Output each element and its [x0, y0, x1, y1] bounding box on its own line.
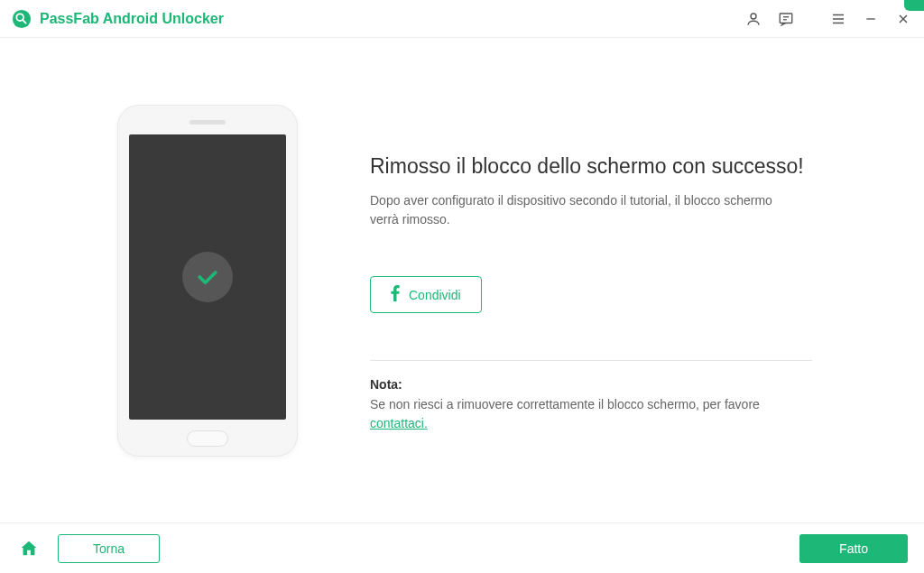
note-text: Se non riesci a rimuovere correttamente …	[370, 395, 812, 433]
phone-speaker	[189, 120, 226, 125]
titlebar-right	[744, 9, 913, 29]
corner-accent	[904, 0, 924, 11]
contact-link[interactable]: contattaci.	[370, 416, 428, 430]
titlebar: PassFab Android Unlocker	[0, 0, 924, 38]
content-column: Rimosso il blocco dello schermo con succ…	[370, 127, 870, 433]
back-button[interactable]: Torna	[58, 534, 160, 563]
success-check-icon	[182, 252, 233, 302]
success-heading: Rimosso il blocco dello schermo con succ…	[370, 154, 870, 179]
phone-illustration	[117, 105, 298, 457]
facebook-icon	[391, 285, 400, 304]
app-logo-icon	[11, 8, 32, 30]
phone-home-button	[187, 430, 228, 447]
feedback-icon[interactable]	[776, 9, 796, 29]
svg-point-0	[13, 9, 31, 27]
share-button-label: Condividi	[409, 288, 461, 302]
app-title: PassFab Android Unlocker	[40, 11, 224, 27]
close-icon[interactable]	[893, 9, 913, 29]
footer: Torna Fatto	[0, 522, 924, 573]
main-content: Rimosso il blocco dello schermo con succ…	[0, 38, 924, 522]
minimize-icon[interactable]	[861, 9, 881, 29]
svg-rect-4	[780, 14, 792, 23]
titlebar-left: PassFab Android Unlocker	[11, 8, 224, 30]
divider	[370, 360, 812, 361]
done-button[interactable]: Fatto	[799, 534, 908, 563]
svg-point-3	[751, 14, 756, 19]
note-label: Nota:	[370, 377, 870, 392]
phone-screen	[129, 134, 286, 420]
success-subtext: Dopo aver configurato il dispositivo sec…	[370, 191, 803, 229]
share-button[interactable]: Condividi	[370, 276, 482, 313]
user-icon[interactable]	[744, 9, 763, 29]
menu-icon[interactable]	[828, 9, 848, 29]
phone-illustration-column	[54, 105, 298, 457]
note-text-content: Se non riesci a rimuovere correttamente …	[370, 397, 760, 411]
home-icon[interactable]	[16, 536, 42, 561]
